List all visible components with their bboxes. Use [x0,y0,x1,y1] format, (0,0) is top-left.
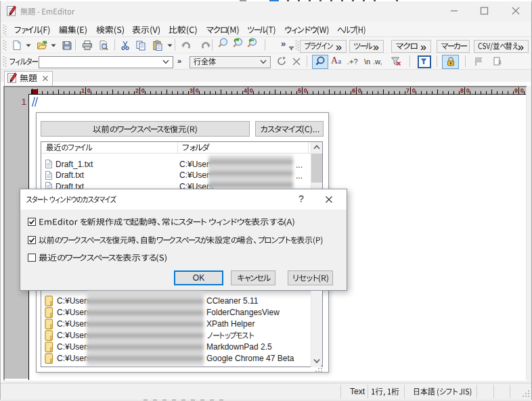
svg-text:8: 8 [460,87,464,94]
svg-text:0: 0 [196,87,199,94]
svg-text:9: 9 [514,87,518,94]
svg-text:0: 0 [520,87,524,94]
svg-text:0: 0 [141,87,145,94]
svg-text:0: 0 [304,87,307,94]
svg-text:0: 0 [412,87,416,94]
svg-text:0: 0 [87,87,91,94]
svg-text:0: 0 [358,87,361,94]
svg-text:6: 6 [352,87,355,94]
svg-text:2: 2 [135,87,139,94]
svg-text:0: 0 [250,87,253,94]
svg-text:1: 1 [81,87,85,94]
svg-text:3: 3 [190,87,193,94]
svg-text:»: » [281,39,286,49]
svg-text:7: 7 [406,87,409,94]
svg-text:0: 0 [466,87,470,94]
svg-text:5: 5 [298,87,301,94]
svg-text:4: 4 [244,87,247,94]
